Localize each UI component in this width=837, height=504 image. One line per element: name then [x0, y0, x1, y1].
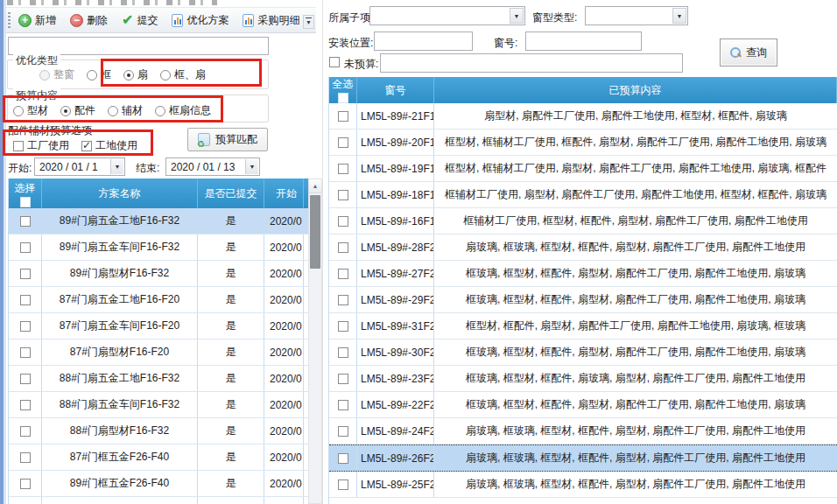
- column-header-start[interactable]: 开始: [264, 178, 304, 208]
- budget-row[interactable]: LM5L-89#-21F19扇型材, 扇配件工厂使用, 扇配件工地使用, 框型材…: [329, 103, 837, 130]
- plan-table-scrollbar[interactable]: ▲: [308, 178, 322, 504]
- plan-submitted-cell: 是: [198, 366, 264, 391]
- query-button[interactable]: 查询: [720, 38, 777, 66]
- not-budgeted-input[interactable]: [380, 53, 683, 73]
- plan-row[interactable]: 88#门框五金F21-F40是2020/0: [9, 497, 317, 504]
- column-header-window-no[interactable]: 窗号: [357, 77, 434, 103]
- column-header-label: 窗号: [385, 83, 406, 98]
- submit-button[interactable]: ✔ 提交: [116, 10, 163, 31]
- radio-frame[interactable]: 框: [87, 67, 111, 82]
- column-header-select-all[interactable]: 全选: [329, 77, 357, 103]
- row-checkbox[interactable]: [338, 347, 348, 358]
- select-all-checkbox[interactable]: [20, 197, 31, 207]
- plan-row[interactable]: 89#门扇五金工地F16-F32是2020/0: [9, 208, 317, 234]
- row-checkbox[interactable]: [20, 321, 31, 332]
- budget-row[interactable]: LM5L-89#-25F23扇玻璃, 框玻璃, 框型材, 框配件, 扇型材, 扇…: [329, 472, 837, 498]
- date-end-picker[interactable]: 2020 / 01 / 13 ▼: [165, 158, 260, 176]
- column-header-select[interactable]: 选择: [9, 178, 42, 208]
- column-header-plan-name[interactable]: 方案名称: [42, 178, 198, 208]
- plan-row[interactable]: 89#门框五金F26-F40是2020/0: [9, 471, 317, 497]
- row-checkbox[interactable]: [338, 400, 348, 410]
- radio-whole-window[interactable]: 整窗: [39, 67, 74, 82]
- plan-row[interactable]: 88#门扇型材F16-F32是2020/0: [9, 418, 317, 444]
- plan-filter-input[interactable]: [8, 37, 269, 55]
- row-checkbox[interactable]: [338, 453, 348, 464]
- install-position-input[interactable]: [374, 32, 473, 51]
- row-checkbox[interactable]: [338, 480, 348, 490]
- budget-row[interactable]: LM5L-89#-16F15框辅材工厂使用, 框型材, 框配件, 扇型材, 扇配…: [329, 208, 837, 234]
- column-header-submitted[interactable]: 是否已提交: [198, 178, 264, 208]
- row-checkbox[interactable]: [338, 374, 348, 384]
- row-checkbox[interactable]: [338, 269, 348, 279]
- radio-profile[interactable]: 型材: [13, 103, 48, 118]
- plan-name-cell: 89#门框五金F26-F40: [42, 471, 198, 496]
- budget-match-button[interactable]: 预算匹配: [187, 128, 268, 151]
- row-checkbox[interactable]: [20, 347, 31, 358]
- chevron-down-icon[interactable]: ▼: [110, 159, 123, 174]
- radio-frame-sash-info[interactable]: 框扇信息: [155, 103, 211, 118]
- budget-row[interactable]: LM5L-89#-23F21框玻璃, 框型材, 框配件, 扇玻璃, 扇型材, 扇…: [329, 366, 837, 392]
- budget-row[interactable]: LM5L-89#-29F27框玻璃, 框型材, 框配件, 扇型材, 扇配件工厂使…: [329, 287, 837, 313]
- plan-row[interactable]: 88#门扇五金车间F16-F32是2020/0: [9, 392, 317, 418]
- budget-row[interactable]: LM5L-89#-19F17框型材, 框辅材工厂使用, 扇型材, 扇配件工厂使用…: [329, 156, 837, 182]
- not-budgeted-checkbox[interactable]: [329, 57, 340, 67]
- window-type-combobox[interactable]: ▼: [585, 6, 688, 25]
- budget-row[interactable]: LM5L-89#-28F26扇玻璃, 框玻璃, 框型材, 框配件, 扇型材, 扇…: [329, 234, 837, 261]
- row-checkbox[interactable]: [338, 426, 348, 437]
- checkbox-factory-use[interactable]: 工厂使用: [13, 138, 69, 153]
- row-checkbox[interactable]: [20, 295, 31, 305]
- delete-button[interactable]: − 删除: [65, 10, 113, 31]
- select-all-checkbox[interactable]: [338, 93, 348, 103]
- toolbar-overflow-button[interactable]: ▼: [303, 15, 314, 29]
- row-checkbox[interactable]: [20, 374, 31, 384]
- row-checkbox[interactable]: [20, 452, 31, 463]
- checkbox-site-use[interactable]: 工地使用: [81, 138, 137, 153]
- plan-row[interactable]: 87#门框五金F26-F40是2020/0: [9, 444, 317, 471]
- plan-row[interactable]: 87#门扇五金工地F16-F20是2020/0: [9, 287, 317, 313]
- budget-row[interactable]: LM5L-89#-31F29框型材, 框配件, 扇型材, 扇配件工厂使用, 扇配…: [329, 313, 837, 340]
- row-checkbox[interactable]: [20, 426, 31, 437]
- row-checkbox[interactable]: [338, 190, 348, 200]
- window-no-input[interactable]: [525, 32, 642, 51]
- budget-row[interactable]: LM5L-89#-24F22扇玻璃, 框玻璃, 框型材, 框配件, 扇型材, 扇…: [329, 418, 837, 444]
- row-checkbox[interactable]: [338, 295, 348, 305]
- row-checkbox[interactable]: [20, 479, 31, 489]
- toolbar-grip[interactable]: [8, 12, 11, 30]
- scrollbar-thumb[interactable]: [310, 195, 320, 269]
- radio-frame-sash[interactable]: 框、扇: [160, 67, 206, 82]
- plan-row[interactable]: 89#门扇五金车间F16-F32是2020/0: [9, 234, 317, 261]
- row-checkbox[interactable]: [20, 400, 31, 410]
- row-checkbox[interactable]: [338, 111, 348, 122]
- row-checkbox[interactable]: [338, 164, 348, 174]
- chevron-down-icon[interactable]: ▼: [672, 8, 686, 24]
- row-checkbox[interactable]: [20, 269, 31, 279]
- budget-row[interactable]: LM5L-89#-22F20框玻璃, 框型材, 框配件, 扇型材, 扇配件工厂使…: [329, 392, 837, 418]
- scroll-up-icon[interactable]: ▲: [309, 179, 321, 193]
- radio-auxiliary[interactable]: 辅材: [108, 103, 143, 118]
- row-checkbox[interactable]: [20, 216, 31, 227]
- row-checkbox[interactable]: [20, 242, 31, 253]
- column-header-budgeted-content[interactable]: 已预算内容: [434, 77, 837, 103]
- not-budgeted-label: 未预算:: [344, 57, 378, 72]
- radio-sash[interactable]: 扇: [123, 67, 148, 82]
- plan-row[interactable]: 89#门扇型材F16-F32是2020/0: [9, 261, 317, 287]
- row-checkbox[interactable]: [338, 321, 348, 332]
- plan-row[interactable]: 87#门扇五金车间F16-F20是2020/0: [9, 313, 317, 340]
- row-checkbox[interactable]: [338, 216, 348, 227]
- plan-row[interactable]: 88#门扇五金工地F16-F32是2020/0: [9, 366, 317, 392]
- plan-row[interactable]: 87#门扇型材F16-F20是2020/0: [9, 340, 317, 366]
- budget-row[interactable]: LM5L-89#-27F25框玻璃, 框型材, 框配件, 扇型材, 扇配件工厂使…: [329, 261, 837, 287]
- row-checkbox[interactable]: [338, 242, 348, 253]
- budget-row[interactable]: LM5L-89#-20F18框型材, 框辅材工厂使用, 框配件, 扇型材, 扇配…: [329, 130, 837, 156]
- budget-row[interactable]: LM5L-89#-30F28框玻璃, 框型材, 框配件, 扇型材, 扇配件工厂使…: [329, 340, 837, 366]
- budget-row[interactable]: LM5L-89#-18F16框辅材工厂使用, 扇型材, 扇配件工厂使用, 扇配件…: [329, 182, 837, 208]
- add-button[interactable]: + 新增: [13, 10, 61, 31]
- budget-row[interactable]: LM5L-89#-26F24扇玻璃, 框玻璃, 框型材, 框配件, 扇型材, 扇…: [329, 444, 837, 472]
- chevron-down-icon[interactable]: ▼: [510, 8, 524, 24]
- chevron-down-icon[interactable]: ▼: [245, 159, 258, 174]
- sub-item-combobox[interactable]: ▼: [369, 6, 525, 25]
- radio-accessory[interactable]: 配件: [60, 103, 95, 118]
- date-start-picker[interactable]: 2020 / 01 / 1 ▼: [34, 158, 125, 176]
- row-checkbox[interactable]: [338, 137, 348, 148]
- optimize-plan-button[interactable]: 优化方案: [166, 10, 234, 31]
